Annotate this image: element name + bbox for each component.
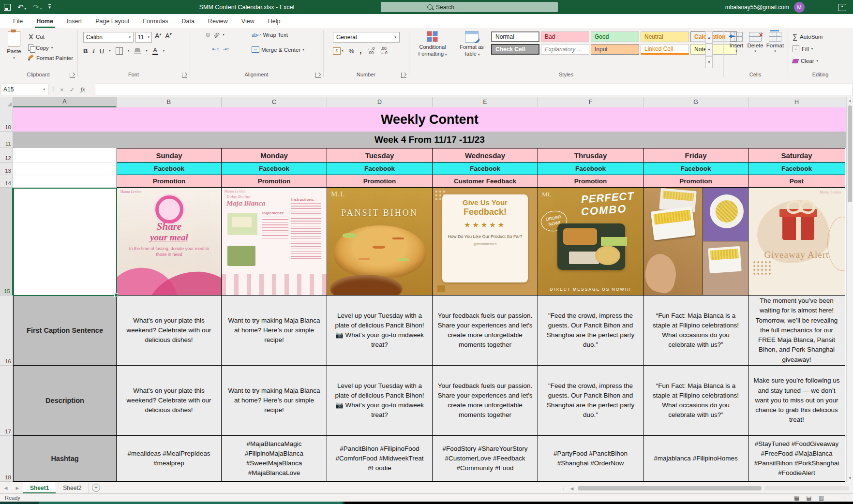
underline-button[interactable]: U (100, 47, 104, 55)
row-header-16[interactable]: 16 (0, 296, 13, 366)
style-bad[interactable]: Bad (541, 31, 589, 42)
description-cell[interactable]: Want to try making Maja Blanca at home? … (222, 366, 327, 436)
font-family-select[interactable]: Calibri▾ (83, 32, 134, 43)
format-cells-button[interactable]: Format▾ (764, 32, 786, 53)
decrease-indent-button[interactable]: ⇤≡ (212, 46, 219, 52)
customize-qat-icon[interactable]: ▾ (48, 4, 51, 10)
cell-a12[interactable] (13, 148, 117, 163)
format-painter-button[interactable]: Format Painter (28, 55, 73, 61)
caption-cell[interactable]: “Fun Fact: Maja Blanca is a staple at Fi… (643, 296, 748, 366)
format-as-table-button[interactable]: Format asTable ▾ (455, 31, 489, 58)
post-type-cell[interactable]: Promotion (538, 175, 643, 188)
caption-cell[interactable]: "Feed the crowd, impress the guests. Our… (538, 296, 643, 366)
row-header-15[interactable]: 15 (0, 188, 13, 296)
row-header-10[interactable]: 10 (0, 107, 13, 132)
post-image-thursday[interactable]: ML PERFECT COMBO ORDER NOW! DIRECT MESSA… (538, 188, 643, 296)
number-dialog-launcher-icon[interactable] (401, 73, 406, 78)
hscroll-left-icon[interactable]: ◀ (569, 486, 575, 491)
description-cell[interactable]: What’s on your plate this weekend? Celeb… (117, 366, 222, 436)
grow-font-button[interactable]: A▴ (155, 32, 161, 40)
post-image-monday[interactable]: Mama Lenlen Today Recipe: Maja Blanca In… (222, 188, 327, 296)
post-type-cell[interactable]: Promotion (327, 175, 433, 188)
bold-button[interactable]: B (83, 47, 88, 55)
accounting-format-button[interactable]: $▾ (333, 47, 344, 55)
row-label-first-caption[interactable]: First Caption Sentence (13, 296, 117, 366)
conditional-formatting-button[interactable]: ConditionalFormatting ▾ (412, 31, 453, 58)
row-header-14[interactable]: 14 (0, 175, 13, 188)
search-input[interactable]: Search (381, 2, 558, 12)
tab-formulas[interactable]: Formulas (136, 14, 174, 28)
day-header-saturday[interactable]: Saturday (748, 148, 845, 163)
post-type-cell[interactable]: Customer Feedback (433, 175, 538, 188)
caption-cell[interactable]: Your feedback fuels our passion. Share y… (433, 296, 538, 366)
cell-a15-selected[interactable] (13, 188, 117, 296)
tab-page-layout[interactable]: Page Layout (89, 14, 135, 28)
day-header-monday[interactable]: Monday (222, 148, 327, 163)
hashtag-cell[interactable]: #StayTuned #FoodGiveaway #FreeFood #Maja… (748, 436, 845, 482)
platform-cell[interactable]: Facebook (222, 163, 327, 175)
row-header-18[interactable]: 18 (0, 436, 13, 482)
fill-color-button[interactable] (134, 48, 141, 54)
font-dialog-launcher-icon[interactable] (182, 73, 187, 78)
clipboard-dialog-launcher-icon[interactable] (70, 73, 75, 78)
style-normal[interactable]: Normal (491, 31, 539, 42)
caption-cell[interactable]: What’s on your plate this weekend? Celeb… (117, 296, 222, 366)
tab-home[interactable]: Home (30, 14, 60, 28)
zoom-out-icon[interactable]: − (842, 494, 846, 502)
normal-view-icon[interactable]: ▦ (794, 494, 799, 501)
undo-button[interactable]: ↶▾ (17, 3, 26, 12)
platform-cell[interactable]: Facebook (327, 163, 433, 175)
day-header-friday[interactable]: Friday (643, 148, 748, 163)
hashtag-cell[interactable]: #PartyFood #PancitBihon #Shanghai #Order… (538, 436, 643, 482)
style-linked-cell[interactable]: Linked Cell (641, 44, 689, 55)
tab-insert[interactable]: Insert (60, 14, 88, 28)
horizontal-scroll-thumb[interactable] (578, 486, 762, 490)
tab-review[interactable]: Review (202, 14, 234, 28)
column-header-b[interactable]: B (117, 97, 222, 107)
platform-cell[interactable]: Facebook (748, 163, 845, 175)
style-good[interactable]: Good (591, 31, 639, 42)
hashtag-cell[interactable]: #MajaBlancaMagic #FilipinoMajaBlanca #Sw… (222, 436, 327, 482)
increase-indent-button[interactable]: ⇥≡ (223, 46, 229, 52)
increase-decimal-button[interactable]: ←.0.00 (367, 46, 375, 56)
post-type-cell[interactable]: Post (748, 175, 845, 188)
avatar[interactable]: M (794, 2, 805, 13)
post-image-friday[interactable] (643, 188, 748, 296)
day-header-wednesday[interactable]: Wednesday (433, 148, 538, 163)
italic-button[interactable]: I (92, 47, 94, 55)
description-cell[interactable]: "Feed the crowd, impress the guests. Our… (538, 366, 643, 436)
column-header-h[interactable]: H (748, 97, 845, 107)
sheet-tab-sheet2[interactable]: Sheet2 (56, 482, 89, 493)
sheet-tab-sheet1[interactable]: Sheet1 (23, 482, 56, 493)
caption-cell[interactable]: Want to try making Maja Blanca at home? … (222, 296, 327, 366)
post-image-wednesday[interactable]: Give Us Your Feedback! ★★★★★ How Do You … (433, 188, 538, 296)
row-header-13[interactable]: 13 (0, 163, 13, 175)
day-header-thursday[interactable]: Thrusday (538, 148, 643, 163)
decrease-decimal-button[interactable]: .00→.0 (380, 46, 388, 56)
percent-style-button[interactable]: % (349, 47, 355, 55)
page-break-view-icon[interactable]: ▥ (819, 494, 824, 501)
paste-button[interactable]: Paste ▾ (4, 31, 24, 70)
formula-input[interactable] (95, 84, 853, 95)
style-check-cell[interactable]: Check Cell (491, 44, 539, 55)
cancel-icon[interactable]: × (60, 86, 64, 93)
scroll-down-icon[interactable]: ▼ (847, 474, 853, 482)
tab-file[interactable]: File (7, 14, 29, 28)
vertical-scrollbar[interactable]: ▲ ▼ (846, 97, 853, 482)
merge-center-button[interactable]: ⇔ Merge & Center▾ (252, 46, 304, 53)
row-label-description[interactable]: Description (13, 366, 117, 436)
ribbon-display-options-icon[interactable]: ▴ (838, 4, 846, 11)
cell-a14[interactable] (13, 175, 117, 188)
fill-button[interactable]: ↓ Fill▾ (793, 45, 813, 52)
post-image-tuesday[interactable]: M.L PANSIT BIHON (327, 188, 433, 296)
page-layout-view-icon[interactable]: ▤ (806, 494, 811, 501)
caption-cell[interactable]: The moment you’ve been waiting for is al… (748, 296, 845, 366)
post-type-cell[interactable]: Promotion (643, 175, 748, 188)
platform-cell[interactable]: Facebook (538, 163, 643, 175)
day-header-sunday[interactable]: Sunday (117, 148, 222, 163)
clear-button[interactable]: Clear▾ (793, 58, 818, 64)
account-area[interactable]: mbalanay55@gmail.com M (725, 0, 805, 14)
alignment-dialog-launcher-icon[interactable] (315, 73, 321, 78)
row-header-12[interactable]: 12 (0, 148, 13, 163)
style-neutral[interactable]: Neutral (641, 31, 689, 42)
